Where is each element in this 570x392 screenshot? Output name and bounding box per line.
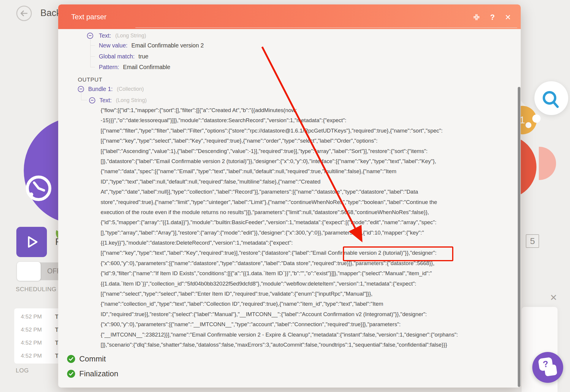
- field-value: Email Confirmable: [123, 64, 170, 71]
- json-line: {"x":900,"y":0},"parameters":[{"name":"_…: [101, 319, 516, 329]
- check-circle-icon: [67, 355, 75, 363]
- json-line: {"id":5,"mapper":{"array":"{{1.data}}"},…: [101, 217, 516, 227]
- check-circle-icon: [67, 370, 75, 378]
- json-line: {"id":9,"filter":{"name":"If Item ID Exi…: [101, 268, 516, 278]
- scheduling-toggle-knob[interactable]: [17, 262, 41, 281]
- field-label: Text:: [99, 32, 111, 39]
- run-scenario-button[interactable]: [16, 227, 47, 257]
- collapse-node-icon[interactable]: [87, 33, 93, 39]
- json-line: {"name":"data","spec":[{"name":"Email","…: [101, 166, 516, 176]
- json-line: []},"scenario":{"dlq":false,"shatter":fa…: [101, 340, 516, 350]
- json-line: ID","type":"text","label":null,"default"…: [101, 177, 516, 187]
- back-arrow-icon: [19, 8, 29, 18]
- modal-header: Text parser ? ✕: [58, 4, 521, 29]
- back-button[interactable]: [16, 6, 32, 21]
- tree-stub: [81, 100, 87, 100]
- help-icon[interactable]: ?: [489, 13, 496, 21]
- text-node-label: Text:: [99, 97, 112, 104]
- step-label: Finalization: [79, 369, 118, 378]
- json-line: At","type":"date","label":null}],"type":…: [101, 187, 516, 197]
- json-line: [{"name":"key","type":"text","label":"Ke…: [101, 248, 516, 258]
- finalization-step: Finalization: [67, 369, 118, 378]
- divider: [135, 28, 517, 28]
- field-global-match-row: Global match: true: [99, 52, 148, 60]
- json-line: {"x":600,"y":0},"parameters":[{"name":"d…: [101, 258, 516, 268]
- commit-step: Commit: [67, 354, 106, 364]
- json-line: store","required":true},{"name":"limit",…: [101, 197, 516, 207]
- field-value: Email Confirmable version 2: [131, 42, 204, 49]
- json-line: {"__IMTCONN__":238212}}],"name":"Email C…: [101, 330, 516, 340]
- help-question-icon: ?: [538, 357, 553, 371]
- field-label: Pattern:: [99, 64, 119, 71]
- clock-icon: [25, 175, 55, 205]
- bubble-decor-small: [525, 122, 531, 128]
- dismiss-icon[interactable]: ✕: [550, 292, 557, 303]
- text-node-type: (Long String): [116, 97, 147, 103]
- json-line: [{"name":"select","type":"select","label…: [101, 289, 516, 299]
- help-chat-button[interactable]: ?: [532, 352, 563, 383]
- close-icon[interactable]: ✕: [504, 13, 512, 21]
- search-icon: [542, 89, 561, 110]
- field-label: Global match:: [99, 53, 134, 60]
- bundle-label: Bundle 1:: [88, 86, 113, 93]
- json-line: -15)}}","o":"date:lessorequal"}]]},"modu…: [101, 115, 516, 125]
- json-line: {"name":"collection_id","type":"text","l…: [101, 299, 516, 309]
- json-line: [],"type":"array","label":"Array"}],"res…: [101, 228, 516, 238]
- scheduling-section-label: SCHEDULING: [16, 286, 56, 293]
- json-line: [{"label":"Ascending","value":1},{"label…: [101, 146, 516, 156]
- module-half-circle-pink: [539, 147, 556, 180]
- collapse-node-icon[interactable]: [89, 97, 95, 103]
- modal-title: Text parser: [71, 4, 107, 29]
- tree-connector: [90, 39, 91, 67]
- output-heading: OUTPUT: [78, 77, 102, 83]
- field-value: true: [138, 53, 148, 60]
- log-timestamp: 4:52 PM: [21, 313, 48, 320]
- bundle-row: Bundle 1: (Collection): [78, 85, 144, 93]
- log-timestamp: 4:52 PM: [21, 326, 48, 333]
- play-icon: [22, 232, 41, 251]
- step-label: Commit: [79, 354, 106, 364]
- field-pattern-row: Pattern: Email Confirmable: [99, 63, 170, 71]
- bubble-decor-large: [532, 114, 541, 123]
- json-line: [{"name":"filter","type":"filter","label…: [101, 126, 516, 136]
- output-json-text: {"flow":[{"id":1,"mapper":{"sort":[],"fi…: [101, 105, 516, 350]
- back-label[interactable]: Back: [40, 8, 61, 18]
- log-timestamp: 4:52 PM: [21, 353, 48, 359]
- field-new-value-row: New value: Email Confirmable version 2: [99, 42, 204, 49]
- log-section-label: LOG: [16, 367, 29, 374]
- json-line: {"flow":[{"id":1,"mapper":{"sort":[],"fi…: [101, 105, 516, 115]
- text-parser-modal: Text parser ? ✕ Text: (Long String) New …: [58, 4, 521, 388]
- json-line: ID","required":true}],"restore":{"select…: [101, 309, 516, 319]
- tree-stub: [90, 67, 95, 67]
- bundle-type: (Collection): [117, 86, 144, 92]
- modal-scrollbar[interactable]: [518, 87, 520, 387]
- scenario-editor-page: Back F OFF SCHEDULING 4:52 PM The 4:52 P…: [0, 0, 570, 392]
- module-count-badge: 5: [526, 234, 539, 248]
- json-line: {{1.key}}"},"module":"datastore:DeleteRe…: [101, 238, 516, 248]
- tree-stub: [90, 45, 95, 46]
- json-line: []},"datastore":{"label":"Email Confirma…: [101, 156, 516, 166]
- json-line: [{"name":"key","type":"select","label":"…: [101, 136, 516, 146]
- tree-stub: [90, 56, 95, 57]
- field-type: (Long String): [115, 33, 146, 39]
- collapse-node-icon[interactable]: [78, 86, 84, 92]
- field-text-row: Text: (Long String): [87, 32, 146, 39]
- collapse-icon[interactable]: [473, 13, 480, 21]
- tree-connector: [81, 93, 81, 100]
- log-timestamp: 4:52 PM: [21, 340, 48, 346]
- json-line: execution of the route even if the modul…: [101, 207, 516, 217]
- output-text-row: Text: (Long String): [89, 96, 147, 104]
- field-label: New value:: [99, 42, 127, 49]
- json-line: {{1.data.`Item ID`}}","collection_id":"5…: [101, 279, 516, 289]
